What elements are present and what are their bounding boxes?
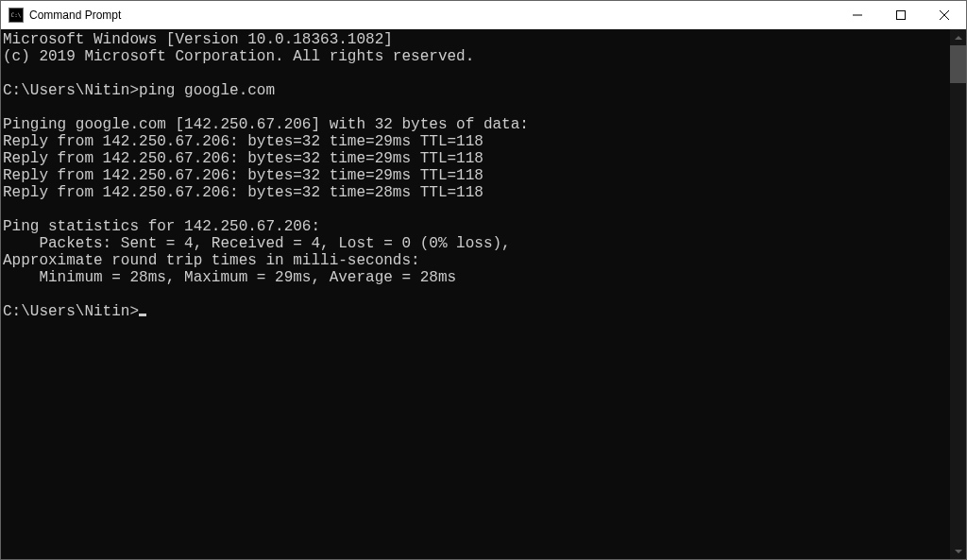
prompt-path: C:\Users\Nitin>: [3, 82, 139, 99]
close-icon: [940, 10, 949, 20]
scroll-up-button[interactable]: [950, 29, 966, 45]
terminal-area: Microsoft Windows [Version 10.0.18363.10…: [1, 29, 966, 559]
svg-marker-4: [955, 36, 962, 40]
pinging-line: Pinging google.com [142.250.67.206] with…: [3, 116, 529, 133]
ping-reply: Reply from 142.250.67.206: bytes=32 time…: [3, 133, 484, 150]
svg-rect-1: [897, 11, 906, 20]
chevron-down-icon: [955, 550, 962, 553]
terminal-output[interactable]: Microsoft Windows [Version 10.0.18363.10…: [1, 29, 950, 559]
ping-reply: Reply from 142.250.67.206: bytes=32 time…: [3, 184, 484, 201]
vertical-scrollbar[interactable]: [950, 29, 966, 559]
ping-reply: Reply from 142.250.67.206: bytes=32 time…: [3, 167, 484, 184]
scrollbar-thumb[interactable]: [950, 45, 966, 83]
chevron-up-icon: [955, 36, 962, 40]
cursor: [139, 314, 146, 316]
ping-rtt-header: Approximate round trip times in milli-se…: [3, 252, 420, 269]
svg-marker-5: [955, 550, 962, 553]
minimize-button[interactable]: [836, 1, 879, 29]
window-title: Command Prompt: [29, 8, 836, 22]
cmd-app-icon: [8, 8, 24, 23]
maximize-icon: [896, 10, 906, 20]
scroll-down-button[interactable]: [950, 543, 966, 559]
ping-rtt-values: Minimum = 28ms, Maximum = 29ms, Average …: [3, 269, 456, 286]
command-text: ping google.com: [139, 82, 275, 99]
maximize-button[interactable]: [879, 1, 923, 29]
ping-stats-header: Ping statistics for 142.250.67.206:: [3, 218, 320, 235]
os-version-line: Microsoft Windows [Version 10.0.18363.10…: [3, 31, 393, 48]
window-controls: [836, 1, 966, 29]
copyright-line: (c) 2019 Microsoft Corporation. All righ…: [3, 48, 474, 65]
ping-stats-packets: Packets: Sent = 4, Received = 4, Lost = …: [3, 235, 511, 252]
prompt-path: C:\Users\Nitin>: [3, 303, 139, 320]
ping-reply: Reply from 142.250.67.206: bytes=32 time…: [3, 150, 484, 167]
titlebar[interactable]: Command Prompt: [1, 1, 966, 29]
minimize-icon: [853, 10, 862, 20]
command-prompt-window: Command Prompt Microsoft Windows [Versio…: [0, 0, 967, 560]
close-button[interactable]: [923, 1, 966, 29]
